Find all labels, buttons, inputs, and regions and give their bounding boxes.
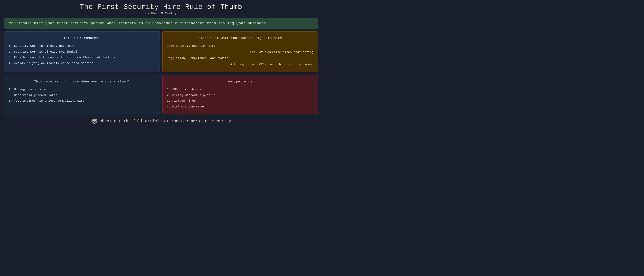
card-classes: Classes of work that can be signs to hir… xyxy=(162,31,318,72)
list-item: Regulation, Compliance, and Audits xyxy=(167,56,314,61)
list-item: Attacks, vulns, CVEs, and the threat lan… xyxy=(167,62,314,67)
list-item: 2. Hiring without a profile xyxy=(167,93,314,98)
footer: 🦝 check out the full article at ramimac.… xyxy=(91,118,231,125)
list-item: 2. Security work is already meaningful xyxy=(8,49,155,54)
card-ensures: This rule ensures: 1. Security work is a… xyxy=(4,31,160,72)
list-item: 1. FUD driven hires xyxy=(167,87,314,92)
card-antipatterns-list: 1. FUD driven hires 2. Hiring without a … xyxy=(167,87,314,109)
dog-icon: 🦝 xyxy=(91,118,98,125)
footer-text: check out the full article at ramimac.me… xyxy=(100,119,231,123)
list-item: 1. Hiring can be slow xyxy=(8,87,155,92)
list-item: 1. Security work is already happening xyxy=(8,44,155,49)
card-not-overwhelmed-title: This rule is not "hire when you’re overw… xyxy=(8,79,155,84)
card-antipatterns: Antipatterns 1. FUD driven hires 2. Hiri… xyxy=(162,75,318,114)
card-not-overwhelmed: This rule is not "hire when you’re overw… xyxy=(4,75,160,114)
page-subtitle: by Rami McCarthy xyxy=(145,12,177,15)
page-title: The First Security Hire Rule of Thumb xyxy=(80,3,242,11)
card-classes-list: Dumb Security Questionnaires Lack of exp… xyxy=(167,44,314,67)
highlight-box: You should hire your first security pers… xyxy=(4,18,318,28)
list-item: 2. Debt rapidly accumulates xyxy=(8,93,155,98)
list-item: 3. “Overwhelmed” is a less compelling pi… xyxy=(8,99,155,104)
list-item: 3. Flexible enough to manage the rich co… xyxy=(8,55,155,60)
card-ensures-title: This rule ensures: xyxy=(8,35,155,41)
list-item: 3. Fiefdom hires xyxy=(167,99,314,104)
card-ensures-list: 1. Security work is already happening 2.… xyxy=(8,44,155,66)
card-classes-title: Classes of work that can be signs to hir… xyxy=(167,35,314,41)
list-item: 4. avoids relying on loosely correlated … xyxy=(8,61,155,66)
main-grid: This rule ensures: 1. Security work is a… xyxy=(4,31,318,115)
list-item: Dumb Security Questionnaires xyxy=(167,44,314,49)
card-antipatterns-title: Antipatterns xyxy=(167,79,314,84)
card-not-overwhelmed-list: 1. Hiring can be slow 2. Debt rapidly ac… xyxy=(8,87,155,104)
list-item: 4. Hiring a sin-eater xyxy=(167,104,314,109)
list-item: Lack of expertise slows engineering xyxy=(167,50,314,55)
